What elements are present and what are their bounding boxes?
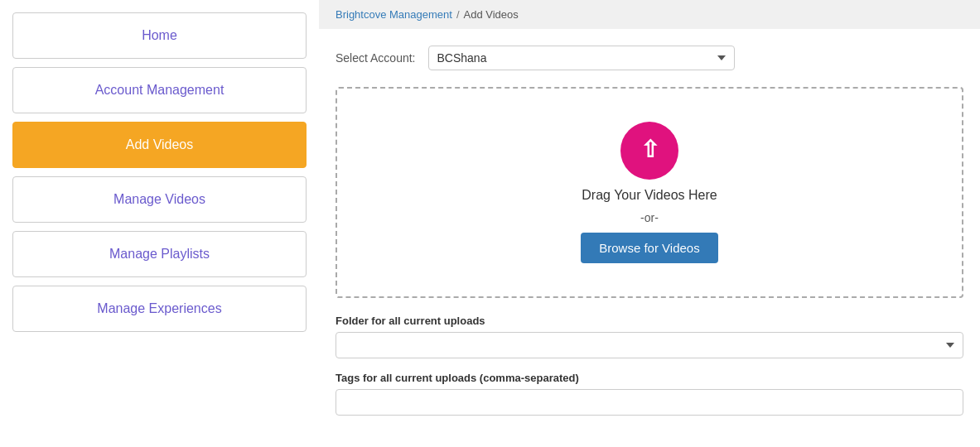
drag-text: Drag Your Videos Here: [582, 188, 717, 203]
account-select[interactable]: BCShana: [428, 46, 735, 70]
sidebar-item-account-management[interactable]: Account Management: [12, 67, 307, 113]
upload-arrow-icon: ⇧: [640, 138, 659, 161]
tags-input[interactable]: [336, 389, 963, 416]
tags-section: Tags for all current uploads (comma-sepa…: [336, 372, 963, 416]
folder-select[interactable]: [336, 332, 963, 358]
sidebar-item-manage-videos[interactable]: Manage Videos: [12, 176, 307, 223]
sidebar-item-manage-playlists[interactable]: Manage Playlists: [12, 231, 307, 277]
sidebar: Home Account Management Add Videos Manag…: [0, 0, 319, 447]
main-content: Brightcove Management / Add Videos Selec…: [319, 0, 980, 447]
breadcrumb-current: Add Videos: [464, 8, 519, 21]
or-text: -or-: [640, 211, 659, 224]
folder-section: Folder for all current uploads: [336, 315, 963, 358]
sidebar-item-home[interactable]: Home: [12, 12, 307, 59]
sidebar-item-manage-experiences[interactable]: Manage Experiences: [12, 286, 307, 332]
sidebar-item-add-videos[interactable]: Add Videos: [12, 122, 307, 168]
content-area: Select Account: BCShana ⇧ Drag Your Vide…: [319, 29, 980, 445]
folder-label: Folder for all current uploads: [336, 315, 963, 327]
drop-zone[interactable]: ⇧ Drag Your Videos Here -or- Browse for …: [336, 87, 963, 298]
tags-label: Tags for all current uploads (comma-sepa…: [336, 372, 963, 384]
select-account-label: Select Account:: [336, 51, 416, 65]
breadcrumb-parent-link[interactable]: Brightcove Management: [336, 8, 452, 21]
breadcrumb-separator: /: [456, 8, 460, 21]
breadcrumb: Brightcove Management / Add Videos: [319, 0, 980, 29]
select-account-row: Select Account: BCShana: [336, 46, 963, 70]
browse-videos-button[interactable]: Browse for Videos: [581, 233, 717, 263]
upload-icon-circle: ⇧: [620, 122, 678, 180]
